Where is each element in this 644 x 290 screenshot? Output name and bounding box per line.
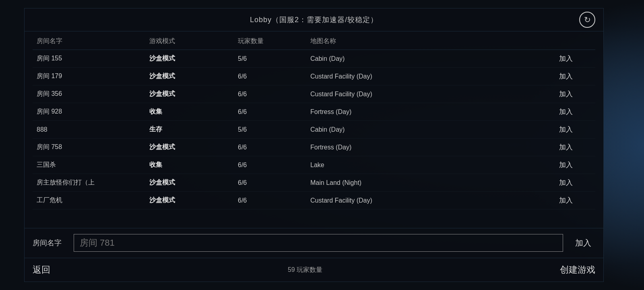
row-1-name: 房间 179 xyxy=(33,72,145,81)
row-0-players: 5/6 xyxy=(234,55,306,62)
col-header-mode: 游戏模式 xyxy=(145,37,234,46)
row-1-players: 6/6 xyxy=(234,73,306,80)
col-header-action xyxy=(555,37,595,46)
row-4-join-cell: 加入 xyxy=(555,125,595,134)
row-1-join-cell: 加入 xyxy=(555,72,595,81)
join-button-bottom[interactable]: 加入 xyxy=(571,234,595,252)
room-name-label: 房间名字 xyxy=(33,238,62,248)
lobby-title: Lobby（国服2：需要加速器/较稳定） xyxy=(250,15,378,25)
row-1-mode: 沙盒模式 xyxy=(145,72,234,81)
row-8-join-cell: 加入 xyxy=(555,196,595,205)
row-8-players: 6/6 xyxy=(234,197,306,204)
back-button[interactable]: 返回 xyxy=(33,264,50,276)
row-3-join-cell: 加入 xyxy=(555,107,595,116)
row-7-map: Main Land (Night) xyxy=(306,179,555,186)
row-4-name: 888 xyxy=(33,126,145,133)
row-8-join-button[interactable]: 加入 xyxy=(559,196,573,205)
row-6-join-button[interactable]: 加入 xyxy=(559,160,573,170)
row-2-name: 房间 356 xyxy=(33,90,145,98)
row-6-map: Lake xyxy=(306,162,555,169)
row-0-map: Cabin (Day) xyxy=(306,55,555,62)
row-2-join-cell: 加入 xyxy=(555,89,595,99)
col-header-map: 地图名称 xyxy=(306,37,555,46)
table-row: 三国杀 收集 6/6 Lake 加入 xyxy=(33,156,595,174)
table-row: 房间 928 收集 6/6 Fortress (Day) 加入 xyxy=(33,103,595,121)
header: Lobby（国服2：需要加速器/较稳定） ↻ xyxy=(25,8,603,31)
row-1-map: Custard Facility (Day) xyxy=(306,73,555,80)
row-3-name: 房间 928 xyxy=(33,108,145,116)
row-2-mode: 沙盒模式 xyxy=(145,90,234,98)
row-5-name: 房间 758 xyxy=(33,143,145,151)
row-6-players: 6/6 xyxy=(234,162,306,169)
row-4-map: Cabin (Day) xyxy=(306,126,555,133)
main-panel: Lobby（国服2：需要加速器/较稳定） ↻ 房间名字 游戏模式 玩家数量 地图… xyxy=(24,8,604,282)
row-8-name: 工厂危机 xyxy=(33,196,145,205)
row-0-join-cell: 加入 xyxy=(555,54,595,63)
table-row: 房间 356 沙盒模式 6/6 Custard Facility (Day) 加… xyxy=(33,85,595,103)
table-body: 房间 155 沙盒模式 5/6 Cabin (Day) 加入 房间 179 沙盒… xyxy=(33,50,595,209)
row-6-mode: 收集 xyxy=(145,161,234,169)
table-row: 房间 758 沙盒模式 6/6 Fortress (Day) 加入 xyxy=(33,139,595,156)
footer: 返回 59 玩家数量 创建游戏 xyxy=(25,258,603,282)
row-3-join-button[interactable]: 加入 xyxy=(559,107,573,116)
row-0-mode: 沙盒模式 xyxy=(145,54,234,63)
row-5-mode: 沙盒模式 xyxy=(145,143,234,151)
row-5-map: Fortress (Day) xyxy=(306,144,555,151)
row-6-name: 三国杀 xyxy=(33,161,145,169)
table-header: 房间名字 游戏模式 玩家数量 地图名称 xyxy=(33,31,595,50)
row-4-players: 5/6 xyxy=(234,126,306,133)
row-7-mode: 沙盒模式 xyxy=(145,178,234,187)
table-row: 888 生存 5/6 Cabin (Day) 加入 xyxy=(33,121,595,139)
table-row: 房间 155 沙盒模式 5/6 Cabin (Day) 加入 xyxy=(33,50,595,68)
row-7-join-button[interactable]: 加入 xyxy=(559,178,573,187)
row-7-join-cell: 加入 xyxy=(555,178,595,187)
room-table: 房间名字 游戏模式 玩家数量 地图名称 房间 155 沙盒模式 5/6 Cabi… xyxy=(25,31,603,209)
row-5-players: 6/6 xyxy=(234,144,306,151)
table-row: 房主放怪你们打（上 沙盒模式 6/6 Main Land (Night) 加入 xyxy=(33,174,595,192)
row-0-name: 房间 155 xyxy=(33,54,145,63)
refresh-button[interactable]: ↻ xyxy=(579,12,595,28)
col-header-name: 房间名字 xyxy=(33,37,145,46)
row-3-players: 6/6 xyxy=(234,108,306,116)
create-game-button[interactable]: 创建游戏 xyxy=(560,264,595,276)
row-2-players: 6/6 xyxy=(234,91,306,98)
row-5-join-cell: 加入 xyxy=(555,143,595,152)
room-name-input[interactable] xyxy=(74,234,563,252)
row-0-join-button[interactable]: 加入 xyxy=(559,54,573,63)
player-count: 59 玩家数量 xyxy=(288,266,322,274)
col-header-players: 玩家数量 xyxy=(234,37,306,46)
room-name-input-area: 房间名字 加入 xyxy=(25,228,603,257)
row-2-map: Custard Facility (Day) xyxy=(306,91,555,98)
row-8-map: Custard Facility (Day) xyxy=(306,197,555,204)
row-6-join-cell: 加入 xyxy=(555,160,595,170)
row-7-players: 6/6 xyxy=(234,179,306,186)
row-3-mode: 收集 xyxy=(145,108,234,116)
row-7-name: 房主放怪你们打（上 xyxy=(33,178,145,187)
table-row: 房间 179 沙盒模式 6/6 Custard Facility (Day) 加… xyxy=(33,68,595,85)
row-4-join-button[interactable]: 加入 xyxy=(559,125,573,134)
row-3-map: Fortress (Day) xyxy=(306,108,555,116)
row-4-mode: 生存 xyxy=(145,125,234,134)
row-8-mode: 沙盒模式 xyxy=(145,196,234,205)
row-2-join-button[interactable]: 加入 xyxy=(559,89,573,99)
row-1-join-button[interactable]: 加入 xyxy=(559,72,573,81)
row-5-join-button[interactable]: 加入 xyxy=(559,143,573,152)
table-row: 工厂危机 沙盒模式 6/6 Custard Facility (Day) 加入 xyxy=(33,192,595,209)
